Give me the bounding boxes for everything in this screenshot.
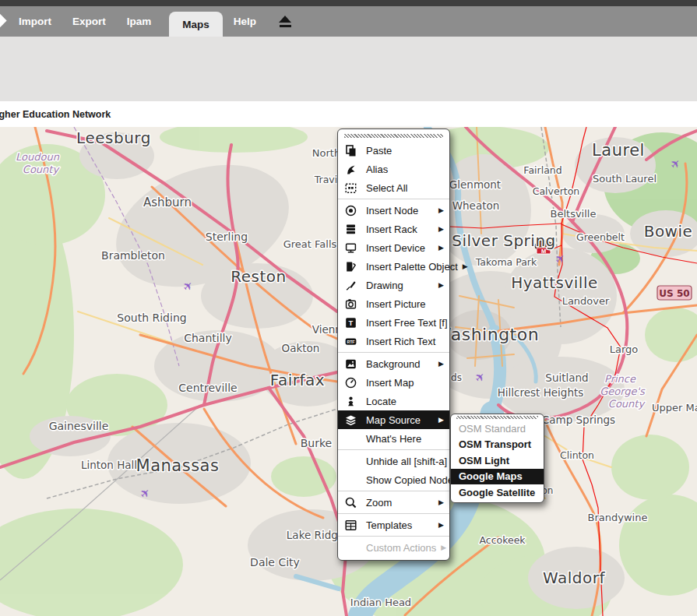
- map-label-silver-spring: Silver Spring: [452, 231, 556, 250]
- menu-item-insert-map[interactable]: Insert Map: [338, 373, 449, 392]
- tearoff-handle[interactable]: [344, 134, 443, 138]
- map-label-fairland: Fairland: [523, 164, 561, 176]
- map-label-ashburn: Ashburn: [143, 195, 192, 209]
- map-label-centreville: Centreville: [178, 382, 237, 394]
- menu-item-insert-free-text-f[interactable]: TInsert Free Text [f]: [338, 313, 449, 332]
- insert-rack-icon: [344, 223, 357, 236]
- map-label-accokeek: Accokeek: [479, 534, 526, 546]
- map-label-south-riding: South Riding: [117, 312, 186, 324]
- drawing-icon: [344, 279, 357, 292]
- menubar-item-import[interactable]: Import: [16, 6, 55, 37]
- menu-item-locate[interactable]: Locate: [338, 392, 449, 410]
- submenu-arrow-icon: ▶: [458, 262, 468, 270]
- zoom-icon: [344, 496, 357, 509]
- map-label-calverton: Calverton: [533, 185, 580, 197]
- no-icon: [344, 541, 357, 554]
- map-label-linton-hall: Linton Hall: [81, 459, 137, 471]
- insert-free-text-icon: T: [344, 316, 357, 329]
- submenu-arrow-icon: ▶: [434, 416, 444, 424]
- menu-item-insert-picture[interactable]: Insert Picture: [338, 294, 449, 313]
- menu-separator: [338, 536, 449, 537]
- menu-item-label: Insert Picture: [366, 298, 426, 310]
- submenu-arrow-icon: ▶: [434, 206, 444, 214]
- map-label-camp-springs: Camp Springs: [542, 414, 615, 426]
- menu-item-templates[interactable]: Templates▶: [338, 516, 449, 534]
- submenu-arrow-icon: ▶: [434, 360, 444, 368]
- menubar-item-ipam[interactable]: Ipam: [124, 6, 155, 37]
- map-label-takoma-park: Takoma Park: [475, 256, 537, 268]
- map-label-bowie: Bowie: [644, 222, 693, 241]
- map-label-hillcrest-heights: Hillcrest Heights: [498, 386, 584, 399]
- map-label-gainesville: Gainesville: [49, 420, 109, 432]
- menu-separator: [338, 513, 449, 514]
- submenu-item-google-satellite[interactable]: Google Satellite: [451, 484, 544, 501]
- menu-item-insert-palette-object[interactable]: Insert Palette Object▶: [338, 257, 449, 276]
- submenu-item-osm-light[interactable]: OSM Light: [451, 452, 544, 469]
- menu-item-alias[interactable]: Alias: [338, 160, 449, 178]
- menu-item-insert-device[interactable]: Insert Device▶: [338, 238, 449, 257]
- map-label-largo: Largo: [610, 343, 639, 355]
- map-label-waldorf: Waldorf: [543, 568, 605, 587]
- map-label-brambleton: Brambleton: [101, 249, 165, 262]
- map-label-wheaton: Wheaton: [452, 199, 500, 212]
- menu-item-label: Paste: [366, 145, 392, 157]
- menu-item-label: Map Source: [366, 414, 421, 426]
- menu-item-what-s-here[interactable]: What's Here: [338, 429, 449, 448]
- map-label-reston: Reston: [231, 267, 286, 286]
- menu-item-insert-node[interactable]: Insert Node▶: [338, 201, 449, 220]
- map-label-glenmont: Glenmont: [449, 178, 501, 191]
- page-title: igher Education Network: [0, 109, 111, 120]
- submenu-arrow-icon: ▶: [434, 225, 444, 233]
- menu-item-label: Insert Node: [366, 205, 418, 216]
- map-label-prince: Prince: [604, 373, 636, 385]
- map-label-fairfax: Fairfax: [270, 371, 325, 389]
- menubar-items: ImportExportIpamMapsHelp: [16, 6, 274, 37]
- submenu-arrow-icon: ▶: [434, 281, 444, 289]
- menu-item-paste[interactable]: Paste: [338, 141, 449, 160]
- menu-item-select-all[interactable]: Select All: [338, 178, 449, 197]
- tearoff-handle[interactable]: [456, 416, 538, 419]
- menu-item-background[interactable]: Background▶: [338, 354, 449, 373]
- select-all-icon: [344, 181, 357, 195]
- menu-item-insert-rack[interactable]: Insert Rack▶: [338, 220, 449, 238]
- map-label-ds: ds: [451, 372, 462, 383]
- menu-item-label: Insert Rich Text: [366, 336, 435, 347]
- svg-text:RTF: RTF: [347, 340, 354, 344]
- tab-maps[interactable]: Maps: [169, 12, 223, 37]
- insert-node-icon: [344, 204, 357, 217]
- map-label-south-laurel: South Laurel: [593, 173, 657, 185]
- map-label-county: County: [23, 164, 61, 175]
- menu-separator: [338, 352, 449, 353]
- menu-item-label: Insert Palette Object: [366, 261, 458, 273]
- context-menu: PasteAliasSelect AllInsert Node▶Insert R…: [337, 128, 450, 561]
- menu-item-label: Select All: [366, 182, 407, 194]
- menubar-item-export[interactable]: Export: [69, 6, 109, 37]
- menu-item-label: Insert Map: [366, 377, 414, 389]
- menu-item-zoom[interactable]: Zoom▶: [338, 493, 449, 512]
- eject-icon[interactable]: [279, 16, 292, 27]
- menu-item-label: Insert Rack: [366, 224, 417, 235]
- menu-item-show-copied-nodes[interactable]: Show Copied Nodes: [338, 470, 449, 489]
- map-label-great-falls: Great Falls: [283, 238, 337, 250]
- submenu-item-osm-transport[interactable]: OSM Transport: [451, 437, 544, 453]
- submenu-arrow-icon: ▶: [436, 544, 446, 551]
- menu-item-drawing[interactable]: Drawing▶: [338, 276, 449, 294]
- map-label-manassas: Manassas: [136, 456, 220, 475]
- map-label-oakton: Oakton: [282, 342, 320, 354]
- menu-item-label: Custom Actions: [366, 542, 436, 554]
- menu-item-unhide-all-shift-a[interactable]: Unhide all [shift-a]: [338, 452, 449, 470]
- submenu-arrow-icon: ▶: [434, 498, 444, 506]
- background-icon: [344, 357, 357, 371]
- submenu-item-google-maps[interactable]: Google Maps: [451, 469, 544, 485]
- menubar-item-help[interactable]: Help: [231, 6, 259, 37]
- paste-icon: [344, 144, 357, 157]
- menu-item-insert-rich-text[interactable]: RTFInsert Rich Text: [338, 332, 449, 350]
- toolbar-panel: [0, 37, 697, 101]
- no-icon: [344, 455, 357, 468]
- map-label-hyattsville: Hyattsville: [511, 273, 598, 292]
- map-source-submenu: OSM StandardOSM TransportOSM LightGoogle…: [450, 414, 544, 503]
- map-label-burke: Burke: [301, 437, 332, 449]
- insert-device-icon: [344, 241, 357, 255]
- menu-item-map-source[interactable]: Map Source▶: [338, 410, 449, 429]
- no-icon: [344, 473, 357, 487]
